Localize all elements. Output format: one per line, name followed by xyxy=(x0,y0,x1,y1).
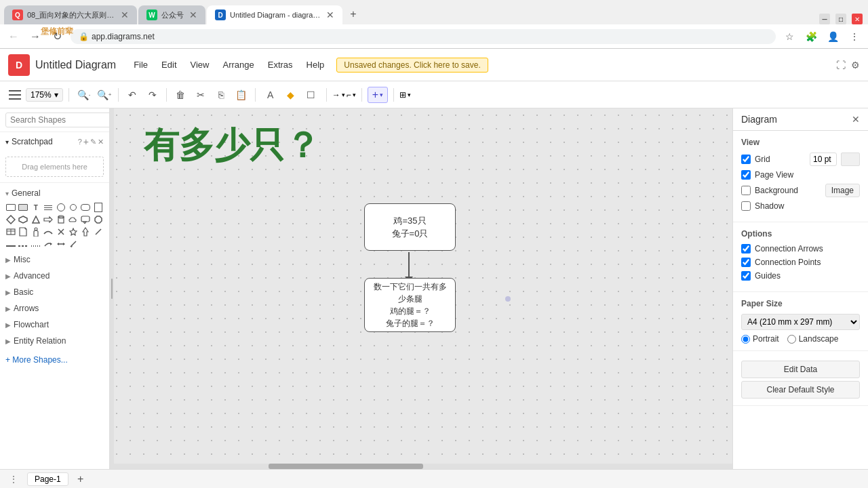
shape-line-dotted[interactable] xyxy=(31,239,41,249)
tab-close-wechat[interactable]: ✕ xyxy=(189,9,197,20)
fullscreen-button[interactable]: ⛶ xyxy=(836,60,846,70)
bookmark-button[interactable]: ☆ xyxy=(781,28,797,45)
undo-button[interactable]: ↶ xyxy=(123,85,142,104)
rp-landscape-option[interactable]: Landscape xyxy=(787,334,839,344)
shape-arrow-up[interactable] xyxy=(80,226,91,237)
clear-default-style-button[interactable]: Clear Default Style xyxy=(741,381,860,399)
url-field[interactable]: 🔒 app.diagrams.net xyxy=(71,29,776,44)
tab-diagrams[interactable]: D Untitled Diagram - diagrams... ✕ xyxy=(207,5,342,24)
rp-conn-arrows-checkbox[interactable] xyxy=(741,244,751,253)
copy-button[interactable]: ⎘ xyxy=(212,85,231,104)
scratchpad-add-icon[interactable]: + xyxy=(83,136,89,147)
rp-guides-checkbox[interactable] xyxy=(741,271,751,281)
right-panel-close-button[interactable]: ✕ xyxy=(852,114,860,125)
rp-landscape-radio[interactable] xyxy=(787,335,796,344)
category-entity-relation-header[interactable]: ▶ Entity Relation xyxy=(0,333,109,348)
rp-shadow-checkbox[interactable] xyxy=(741,201,751,211)
close-window-button[interactable]: ✕ xyxy=(852,14,863,24)
shape-star[interactable] xyxy=(68,226,79,237)
category-flowchart-header[interactable]: ▶ Flowchart xyxy=(0,317,109,332)
menu-file[interactable]: File xyxy=(127,57,155,73)
shape-hexagon[interactable] xyxy=(18,214,28,225)
back-button[interactable]: ← xyxy=(5,28,22,45)
scratchpad-header[interactable]: ▾ Scratchpad ? + ✎ ✕ xyxy=(0,132,109,151)
connection-dropdown[interactable]: →▾ xyxy=(332,90,345,100)
rp-grid-checkbox[interactable] xyxy=(741,155,751,164)
more-shapes-link[interactable]: + More Shapes... xyxy=(5,355,68,365)
shape-cloud[interactable] xyxy=(68,214,79,225)
tab-wechat[interactable]: W 公众号 ✕ xyxy=(138,5,205,24)
shape-ellipse[interactable] xyxy=(56,202,66,213)
shape-text[interactable]: T xyxy=(31,202,41,213)
category-misc-header[interactable]: ▶ Misc xyxy=(0,252,109,267)
shape-circle-sm[interactable] xyxy=(68,202,79,213)
resize-handle[interactable] xyxy=(110,108,114,469)
add-page-button[interactable]: + xyxy=(74,472,87,486)
scratchpad-help-icon[interactable]: ? xyxy=(78,138,82,146)
menu-arrange[interactable]: Arrange xyxy=(216,57,260,73)
insert-dropdown[interactable]: +▾ xyxy=(368,87,388,103)
format-button[interactable]: A xyxy=(261,85,280,104)
waypoint-dropdown[interactable]: ⌐▾ xyxy=(347,90,356,100)
category-advanced-header[interactable]: ▶ Advanced xyxy=(0,268,109,283)
shape-person[interactable] xyxy=(31,226,41,237)
rp-grid-color-swatch[interactable] xyxy=(841,152,860,166)
zoom-in-button[interactable]: 🔍+ xyxy=(95,85,114,104)
shape-line-h[interactable] xyxy=(5,239,16,249)
canvas-area[interactable]: 有多少只？ 鸡=35只 兔子=0只 数一下它们一共有多 少条腿 鸡的腿＝？ 兔子… xyxy=(110,108,732,469)
shape-rect-outlined[interactable] xyxy=(5,202,16,213)
shape-curved-arrow[interactable] xyxy=(43,239,54,249)
extensions-button[interactable]: 🧩 xyxy=(803,28,819,45)
rp-background-checkbox[interactable] xyxy=(741,186,751,195)
table-dropdown[interactable]: ⊞▾ xyxy=(399,90,411,100)
rp-grid-value-input[interactable] xyxy=(810,152,837,166)
menu-toggle-button[interactable] xyxy=(5,85,24,104)
shape-octagon[interactable] xyxy=(93,214,104,225)
shape-diamond[interactable] xyxy=(5,214,16,225)
menu-edit[interactable]: Edit xyxy=(155,57,183,73)
shape-rounded-rect[interactable] xyxy=(80,202,91,213)
tab-quip[interactable]: Q 08_面向对象的六大原则 - Quip ✕ xyxy=(4,5,137,24)
shape-arrow-45[interactable] xyxy=(68,239,79,249)
rp-portrait-option[interactable]: Portrait xyxy=(741,334,779,344)
zoom-out-button[interactable]: 🔍- xyxy=(75,85,94,104)
redo-button[interactable]: ↷ xyxy=(143,85,162,104)
delete-button[interactable]: 🗑 xyxy=(171,85,190,104)
shape-callout[interactable] xyxy=(80,214,91,225)
shape-double-arrow[interactable] xyxy=(56,239,66,249)
horizontal-scrollbar[interactable] xyxy=(114,464,732,469)
shadow-button[interactable]: ☐ xyxy=(302,85,321,104)
menu-extras[interactable]: Extras xyxy=(261,57,300,73)
browser-menu-button[interactable]: ⋮ xyxy=(846,28,863,45)
tab-close-quip[interactable]: ✕ xyxy=(121,9,129,20)
profile-button[interactable]: 👤 xyxy=(825,28,841,45)
shape-rect-filled[interactable] xyxy=(18,202,28,213)
cut-button[interactable]: ✂ xyxy=(191,85,210,104)
category-arrows-header[interactable]: ▶ Arrows xyxy=(0,301,109,316)
fill-button[interactable]: ◆ xyxy=(281,85,300,104)
scratchpad-drop-zone[interactable]: Drag elements here xyxy=(5,157,104,177)
scratchpad-close-icon[interactable]: ✕ xyxy=(98,138,104,146)
page-tab-1[interactable]: Page-1 xyxy=(27,472,68,486)
rp-paper-size-select[interactable]: A4 (210 mm x 297 mm) Letter (8.5 x 11 in… xyxy=(741,314,860,330)
shape-arrow-right[interactable] xyxy=(43,214,54,225)
shape-table[interactable] xyxy=(5,226,16,237)
menu-view[interactable]: View xyxy=(184,57,216,73)
shape-connector-curved[interactable] xyxy=(43,226,54,237)
shape-arrow-diagonal[interactable] xyxy=(93,226,104,237)
edit-data-button[interactable]: Edit Data xyxy=(741,361,860,378)
unsaved-notice[interactable]: Unsaved changes. Click here to save. xyxy=(336,58,488,73)
rp-background-image-btn[interactable]: Image xyxy=(825,184,860,197)
shape-line-dashed[interactable] xyxy=(18,239,28,249)
rp-portrait-radio[interactable] xyxy=(741,335,750,344)
shape-triangle[interactable] xyxy=(31,214,41,225)
paste-button[interactable]: 📋 xyxy=(232,85,251,104)
category-basic-header[interactable]: ▶ Basic xyxy=(0,285,109,300)
menu-help[interactable]: Help xyxy=(300,57,332,73)
shape-cross[interactable] xyxy=(56,226,66,237)
flow-box-1[interactable]: 鸡=35只 兔子=0只 xyxy=(364,203,456,251)
new-tab-button[interactable]: + xyxy=(345,6,361,22)
scratchpad-edit-icon[interactable]: ✎ xyxy=(90,138,96,146)
minimize-button[interactable]: ─ xyxy=(819,14,830,24)
maximize-button[interactable]: □ xyxy=(835,14,846,24)
